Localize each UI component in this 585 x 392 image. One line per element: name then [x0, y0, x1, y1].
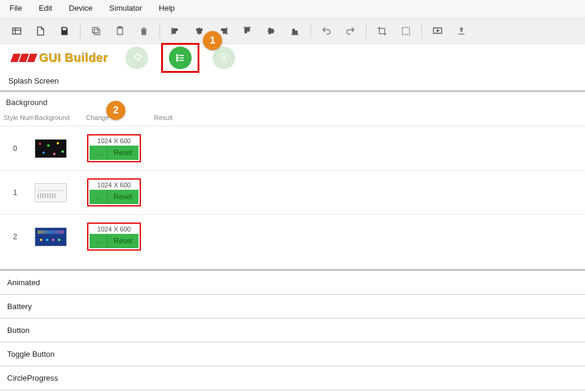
cell-stylenum: 2 [0, 233, 35, 241]
cell-thumb [35, 227, 87, 246]
logo-mark-icon [12, 54, 36, 62]
accordion-toggle-button[interactable]: Toggle Button [0, 342, 585, 366]
toolbar-divider [159, 24, 160, 38]
crop-icon[interactable] [370, 21, 394, 41]
svg-rect-20 [269, 28, 270, 33]
dimension-label: 1024 X 600 [90, 136, 138, 146]
mode-design-icon[interactable] [125, 47, 148, 69]
align-top-icon[interactable] [235, 21, 259, 41]
copy-icon[interactable] [84, 21, 108, 41]
svg-rect-0 [13, 27, 21, 34]
menu-device[interactable]: Device [69, 4, 93, 13]
menu-edit[interactable]: Edit [39, 4, 52, 13]
accordion-circleprogress[interactable]: CircleProgress [0, 366, 585, 390]
svg-rect-11 [197, 29, 202, 30]
section-background[interactable]: Background [0, 92, 585, 109]
mode-settings-icon[interactable] [213, 47, 235, 69]
svg-point-34 [223, 57, 226, 60]
svg-rect-3 [94, 29, 100, 35]
save-icon[interactable] [53, 21, 76, 41]
table-row: 2 1024 X 600 ... Reset [0, 214, 585, 258]
svg-marker-27 [437, 29, 439, 31]
toolbar-divider [366, 24, 367, 38]
toolbar [0, 18, 585, 44]
browse-button[interactable]: ... [90, 146, 107, 160]
menu-file[interactable]: File [10, 4, 22, 13]
svg-rect-25 [402, 27, 410, 35]
table-row: 0 1024 X 600 ... Reset [0, 126, 585, 170]
toolbar-divider [421, 24, 422, 38]
undo-icon[interactable] [315, 21, 338, 41]
background-rows: 0 1024 X 600 ... Reset [0, 126, 585, 258]
svg-rect-23 [292, 29, 294, 34]
svg-rect-9 [173, 31, 176, 33]
align-left-icon[interactable] [164, 21, 187, 41]
preview-icon[interactable] [426, 21, 449, 41]
col-result: Result [154, 114, 202, 121]
cell-thumb [35, 139, 87, 158]
browse-button[interactable]: ... [90, 234, 107, 248]
toolbar-divider [80, 24, 81, 38]
svg-rect-4 [93, 27, 98, 33]
accordion-animated[interactable]: Animated [0, 270, 585, 294]
new-project-icon[interactable] [5, 21, 29, 41]
svg-point-28 [177, 55, 178, 57]
svg-rect-24 [295, 31, 297, 34]
cell-stylenum: 0 [0, 144, 35, 153]
thumb-preview[interactable] [35, 139, 67, 158]
reset-button[interactable]: Reset [107, 234, 138, 248]
delete-icon[interactable] [132, 21, 156, 41]
mode-active-highlight [161, 43, 199, 73]
accordion: Animated Battery Button Toggle Button Ci… [0, 269, 585, 390]
dimension-label: 1024 X 600 [90, 180, 138, 190]
cell-thumb [35, 183, 87, 202]
callout-badge-2: 2 [106, 101, 125, 120]
logo-row: GUI Builder 1 [0, 44, 585, 72]
accordion-button[interactable]: Button [0, 318, 585, 342]
svg-point-32 [177, 60, 178, 61]
svg-rect-12 [198, 31, 201, 33]
svg-point-30 [177, 57, 178, 59]
reset-button[interactable]: Reset [107, 190, 138, 204]
change-highlight: 1024 X 600 ... Reset [87, 223, 141, 251]
toolbar-divider [310, 24, 311, 38]
column-headers: Style Num Background Change Result 2 [0, 109, 585, 126]
app-logo-text: GUI Builder [39, 51, 109, 65]
svg-rect-17 [245, 28, 247, 33]
col-background: Background [35, 114, 87, 121]
align-center-v-icon[interactable] [259, 21, 283, 41]
paste-icon[interactable] [108, 21, 132, 41]
cell-stylenum: 1 [0, 189, 35, 197]
mode-list-icon[interactable] [169, 47, 192, 69]
menu-help[interactable]: Help [159, 4, 175, 13]
selection-icon[interactable] [394, 21, 418, 41]
reset-button[interactable]: Reset [107, 146, 138, 160]
change-highlight: 1024 X 600 ... Reset [87, 134, 141, 162]
svg-rect-14 [221, 29, 226, 30]
thumb-preview[interactable] [35, 183, 67, 202]
menubar: File Edit Device Simulator Help [0, 0, 585, 18]
svg-rect-15 [223, 31, 226, 33]
callout-badge-1: 1 [203, 31, 222, 50]
open-file-icon[interactable] [29, 21, 53, 41]
section-splash-screen[interactable]: Splash Screen [0, 72, 585, 91]
svg-rect-8 [173, 29, 178, 30]
align-bottom-icon[interactable] [283, 21, 307, 41]
browse-button[interactable]: ... [90, 190, 107, 204]
upload-icon[interactable] [449, 21, 473, 41]
col-stylenum: Style Num [0, 114, 35, 121]
change-highlight: 1024 X 600 ... Reset [87, 178, 141, 206]
svg-rect-21 [272, 29, 273, 33]
table-row: 1 1024 X 600 ... Reset [0, 170, 585, 214]
redo-icon[interactable] [338, 21, 362, 41]
svg-rect-18 [248, 28, 250, 31]
menu-simulator[interactable]: Simulator [109, 4, 142, 13]
thumb-preview[interactable] [35, 227, 67, 246]
accordion-battery[interactable]: Battery [0, 294, 585, 318]
dimension-label: 1024 X 600 [90, 224, 138, 234]
